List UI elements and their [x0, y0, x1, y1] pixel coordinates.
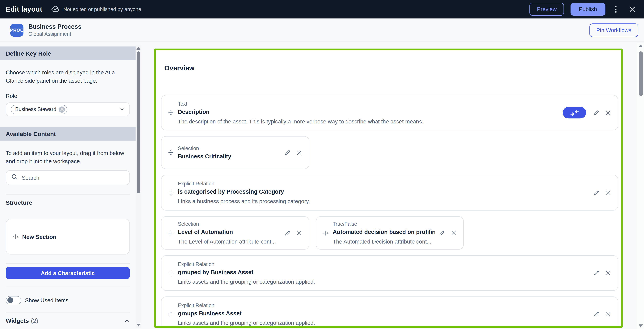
divider [6, 263, 130, 263]
card-groups-business-asset[interactable]: Explicit Relation groups Business Asset … [161, 296, 618, 328]
move-icon[interactable] [168, 230, 174, 236]
define-key-role-description: Choose which roles are displayed in the … [6, 69, 129, 85]
card-description-text: Links assets and the grouping or categor… [178, 279, 589, 285]
remove-icon[interactable] [605, 190, 611, 196]
layout-workspace: Overview Text Description The descriptio… [154, 49, 623, 328]
show-used-items-toggle[interactable] [6, 296, 21, 304]
divider [6, 194, 130, 194]
asset-subtitle: Global Assignment [28, 31, 81, 37]
card-description[interactable]: Text Description The description of the … [161, 95, 618, 131]
asset-header: PROC Business Process Global Assignment … [0, 19, 644, 42]
card-type-label: Text [178, 101, 558, 107]
overview-section-title: Overview [164, 64, 194, 72]
show-used-items-row: Show Used Items [6, 296, 130, 304]
topbar-actions: Preview Publish [530, 3, 638, 16]
remove-role-icon[interactable] [59, 106, 65, 113]
preview-button[interactable]: Preview [530, 3, 564, 16]
more-options-icon[interactable] [612, 4, 620, 14]
pin-workflows-button[interactable]: Pin Workflows [589, 23, 638, 37]
edit-icon[interactable] [593, 189, 600, 196]
card-type-label: Explicit Relation [178, 302, 589, 308]
search-box [6, 170, 130, 185]
scroll-up-icon[interactable] [136, 47, 140, 50]
edit-icon[interactable] [439, 230, 445, 236]
card-description-text: Links a business process and its process… [178, 198, 589, 204]
save-status: Not edited or published by anyone [51, 5, 141, 14]
divider [6, 287, 130, 287]
chevron-down-icon[interactable] [119, 107, 125, 112]
divider [6, 312, 130, 313]
remove-icon[interactable] [450, 230, 457, 236]
search-icon [11, 173, 18, 182]
merge-arrows-button[interactable] [563, 107, 586, 119]
close-icon[interactable] [626, 5, 638, 14]
structure-heading: Structure [6, 199, 130, 206]
chevron-up-icon [124, 318, 130, 324]
scroll-up-icon[interactable] [638, 44, 642, 47]
card-grouped-by-business-asset[interactable]: Explicit Relation grouped by Business As… [161, 255, 618, 291]
remove-icon[interactable] [296, 149, 302, 156]
card-description-text: The Automated Decision attribute cont... [333, 238, 434, 245]
card-type-label: Selection [178, 146, 280, 151]
move-icon[interactable] [13, 234, 18, 239]
card-business-criticality[interactable]: Selection Business Criticality [161, 136, 309, 169]
save-status-text: Not edited or published by anyone [63, 7, 141, 12]
card-title: grouped by Business Asset [178, 269, 589, 275]
role-select[interactable]: Business Steward [6, 102, 130, 116]
new-section-label: New Section [22, 233, 56, 240]
new-section-item[interactable]: New Section [6, 219, 130, 255]
move-icon[interactable] [168, 270, 174, 276]
card-type-label: True/False [333, 221, 434, 227]
move-icon[interactable] [168, 110, 174, 116]
edit-icon[interactable] [593, 109, 600, 116]
card-is-categorised-by-processing-category[interactable]: Explicit Relation is categorised by Proc… [161, 175, 618, 211]
card-automated-decision-based-on-profiling[interactable]: True/False Automated decision based on p… [316, 216, 464, 249]
role-label: Role [6, 93, 130, 99]
topbar: Edit layout Not edited or published by a… [0, 0, 644, 19]
publish-button[interactable]: Publish [571, 3, 605, 16]
cloud-check-icon [51, 5, 60, 14]
main-scrollbar[interactable] [637, 43, 644, 329]
remove-icon[interactable] [605, 270, 611, 276]
card-title: is categorised by Processing Category [178, 188, 589, 195]
widgets-section-toggle[interactable]: Widgets (2) [6, 317, 130, 324]
widgets-count: (2) [31, 317, 38, 324]
sidebar-scrollbar[interactable] [136, 45, 141, 328]
scroll-down-icon[interactable] [638, 324, 642, 327]
edit-icon[interactable] [284, 149, 291, 156]
card-list: Text Description The description of the … [161, 95, 618, 328]
move-icon[interactable] [168, 190, 174, 195]
page-title: Edit layout [6, 5, 42, 14]
card-description-text: The Level of Automation attribute cont..… [178, 238, 280, 245]
remove-icon[interactable] [296, 230, 302, 236]
card-type-label: Explicit Relation [178, 261, 589, 267]
available-content-description: To add an item to your layout, drag it f… [6, 149, 129, 165]
card-description-text: The description of the asset. This is ty… [178, 118, 558, 124]
main-scrollbar-thumb[interactable] [638, 51, 642, 96]
role-chip-label: Business Steward [15, 107, 56, 112]
define-key-role-header: Define Key Role [0, 47, 136, 60]
edit-icon[interactable] [593, 311, 600, 317]
card-title: Automated decision based on profiling [333, 229, 434, 235]
move-icon[interactable] [323, 230, 329, 236]
scroll-down-icon[interactable] [136, 324, 140, 326]
asset-title: Business Process [28, 23, 81, 30]
card-title: Business Criticality [178, 153, 280, 160]
card-title: Level of Automation [178, 229, 280, 235]
card-level-of-automation[interactable]: Selection Level of Automation The Level … [161, 216, 309, 249]
card-type-label: Selection [178, 221, 280, 227]
remove-icon[interactable] [605, 311, 611, 317]
card-title: groups Business Asset [178, 310, 589, 316]
remove-icon[interactable] [605, 110, 611, 116]
widgets-label: Widgets [6, 317, 29, 324]
sidebar: Define Key Role Choose which roles are d… [0, 42, 136, 329]
edit-icon[interactable] [284, 230, 291, 236]
move-icon[interactable] [168, 150, 174, 155]
edit-icon[interactable] [593, 270, 600, 276]
available-content-header: Available Content [0, 127, 136, 141]
edit-layout-screen: Edit layout Not edited or published by a… [0, 0, 644, 329]
move-icon[interactable] [168, 311, 174, 317]
sidebar-scrollbar-thumb[interactable] [137, 51, 140, 193]
add-characteristic-button[interactable]: Add a Characteristic [6, 267, 130, 279]
search-input[interactable] [22, 174, 124, 181]
